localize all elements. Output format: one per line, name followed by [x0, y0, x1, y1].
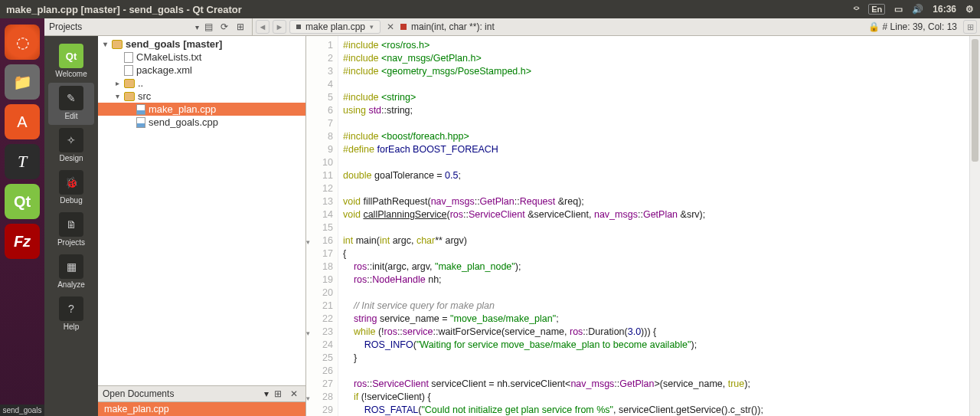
open-documents-title: Open Documents — [103, 388, 264, 399]
line-number-gutter[interactable]: 12345678910111213141516▾17181920212223▾2… — [306, 36, 338, 416]
sidebar: ▾send_goals [master] CMakeLists.txt pack… — [98, 36, 306, 416]
launcher-dash[interactable]: ◌ — [5, 25, 40, 60]
nav-back-button[interactable]: ◄ — [256, 20, 270, 34]
volume-icon[interactable]: 🔊 — [912, 4, 923, 15]
chevron-down-icon[interactable]: ▾ — [195, 23, 199, 31]
launcher-texteditor[interactable]: T — [5, 144, 40, 179]
tree-file[interactable]: package.xml — [98, 64, 305, 77]
mode-analyze[interactable]: ▦Analyze — [48, 251, 94, 293]
sync-icon[interactable]: ⟳ — [217, 20, 231, 34]
cpp-file-icon — [136, 104, 145, 115]
file-type-icon — [296, 25, 301, 29]
language-indicator[interactable]: En — [868, 4, 885, 15]
folder-icon — [124, 92, 135, 101]
editor-toolbar: ◄ ► make plan.cpp ▾ ✕ main(int, char **)… — [253, 18, 980, 35]
system-indicators: ⌔ En ▭ 🔊 16:36 ⚙ — [854, 4, 974, 15]
chevron-down-icon[interactable]: ▾ — [264, 388, 269, 399]
mode-edit[interactable]: ✎Edit — [48, 83, 94, 125]
chevron-down-icon: ▾ — [370, 23, 374, 31]
mode-welcome[interactable]: QtWelcome — [48, 41, 94, 83]
file-icon — [124, 52, 133, 63]
folder-icon — [112, 40, 122, 49]
filter-icon[interactable]: ▤ — [201, 20, 215, 34]
tree-project-root[interactable]: ▾send_goals [master] — [98, 38, 305, 51]
nav-forward-button[interactable]: ► — [273, 20, 286, 34]
file-icon — [124, 65, 133, 76]
file-selector[interactable]: make plan.cpp ▾ — [289, 20, 381, 34]
window-title: make_plan.cpp [master] - send_goals - Qt… — [6, 4, 854, 15]
launcher-software[interactable]: A — [5, 104, 40, 139]
mode-projects[interactable]: 🗎Projects — [48, 209, 94, 251]
wifi-icon[interactable]: ⌔ — [854, 4, 859, 15]
close-file-button[interactable]: ✕ — [384, 21, 397, 32]
open-doc-item[interactable]: make_plan.cpp — [98, 402, 305, 416]
code-editor[interactable]: 12345678910111213141516▾17181920212223▾2… — [306, 36, 980, 416]
clock[interactable]: 16:36 — [933, 4, 956, 15]
launcher-filezilla[interactable]: Fz — [5, 224, 40, 259]
top-toolbar: Projects ▾ ▤ ⟳ ⊞ ◄ ► make plan.cpp ▾ ✕ m… — [44, 18, 980, 36]
mode-design[interactable]: ✧Design — [48, 125, 94, 167]
mode-bar: QtWelcome ✎Edit ✧Design 🐞Debug 🗎Projects… — [44, 36, 98, 416]
projects-pane-title: Projects — [49, 21, 192, 32]
project-tree[interactable]: ▾send_goals [master] CMakeLists.txt pack… — [98, 36, 305, 385]
current-file-name: make plan.cpp — [305, 21, 365, 32]
window-title-bar: make_plan.cpp [master] - send_goals - Qt… — [0, 0, 980, 18]
current-symbol: main(int, char **): int — [411, 21, 495, 32]
lock-icon[interactable]: 🔒 — [868, 21, 880, 32]
mode-help[interactable]: ?Help — [48, 293, 94, 336]
tree-folder-up[interactable]: ▸.. — [98, 77, 305, 90]
projects-pane-header: Projects ▾ ▤ ⟳ ⊞ — [44, 18, 253, 35]
mode-debug[interactable]: 🐞Debug — [48, 167, 94, 209]
code-content[interactable]: #include <ros/ros.h>#include <nav_msgs/G… — [338, 36, 969, 416]
scrollbar-thumb[interactable] — [972, 39, 978, 162]
launcher-files[interactable]: 📁 — [5, 64, 40, 100]
split-icon[interactable]: ⊞ — [234, 20, 247, 34]
symbol-selector[interactable]: main(int, char **): int — [400, 21, 495, 32]
gear-icon[interactable]: ⚙ — [965, 4, 974, 15]
tree-file[interactable]: CMakeLists.txt — [98, 51, 305, 64]
cursor-position[interactable]: # Line: 39, Col: 13 — [883, 21, 957, 32]
close-pane-icon[interactable]: ✕ — [287, 387, 301, 401]
open-documents-header: Open Documents ▾ ⊞ ✕ — [98, 385, 305, 402]
tree-file-sendgoals[interactable]: send_goals.cpp — [98, 116, 305, 129]
launcher-qtcreator[interactable]: Qt — [5, 184, 40, 219]
split-editor-button[interactable]: ⊞ — [963, 20, 977, 34]
tree-file-makeplan[interactable]: make_plan.cpp — [98, 103, 305, 116]
symbol-icon — [400, 24, 407, 30]
open-documents-list: make_plan.cpp — [98, 402, 305, 416]
cpp-file-icon — [136, 117, 145, 128]
folder-icon — [124, 79, 135, 88]
launcher-task-label[interactable]: send_goals — [0, 405, 44, 416]
unity-launcher: ◌ 📁 A T Qt Fz send_goals — [0, 18, 44, 416]
battery-icon[interactable]: ▭ — [894, 4, 903, 15]
split-icon[interactable]: ⊞ — [271, 387, 285, 401]
qtcreator-app: Projects ▾ ▤ ⟳ ⊞ ◄ ► make plan.cpp ▾ ✕ m… — [44, 18, 980, 416]
tree-folder-src[interactable]: ▾src — [98, 90, 305, 103]
vertical-scrollbar[interactable] — [969, 36, 980, 416]
